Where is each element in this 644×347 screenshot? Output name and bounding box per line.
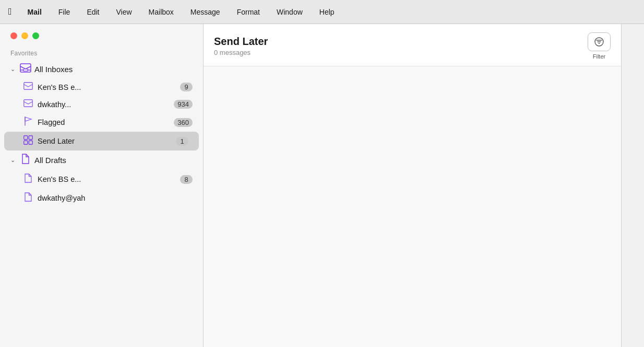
menu-view[interactable]: View: [113, 6, 135, 18]
svg-rect-4: [24, 136, 28, 140]
close-button[interactable]: [10, 32, 17, 39]
main-container: Favorites ⌄ All Inboxes: [0, 24, 644, 347]
sidebar-all-drafts-header[interactable]: ⌄ All Drafts: [0, 151, 203, 170]
traffic-lights: [0, 24, 203, 45]
dwkathy-inbox-label: dwkathy...: [38, 100, 170, 109]
sidebar-item-kens-draft[interactable]: Ken's BS e... 8: [0, 170, 203, 189]
menu-bar:  Mail File Edit View Mailbox Message Fo…: [0, 0, 644, 24]
content-area: Send Later 0 messages Filter: [204, 24, 621, 347]
dwkathy-draft-label: dwkathy@yah: [38, 194, 193, 202]
kens-inbox-badge: 9: [180, 83, 193, 91]
all-drafts-label: All Drafts: [34, 156, 66, 165]
menu-file[interactable]: File: [55, 6, 74, 18]
menu-edit[interactable]: Edit: [84, 6, 102, 18]
svg-rect-3: [24, 100, 33, 107]
flagged-label: Flagged: [38, 118, 170, 126]
svg-rect-6: [24, 141, 28, 144]
svg-rect-5: [29, 136, 32, 140]
sidebar-item-dwkathy-inbox[interactable]: dwkathy... 934: [0, 96, 203, 113]
kens-draft-badge: 8: [180, 175, 193, 184]
content-title-block: Send Later 0 messages: [214, 36, 268, 56]
content-body: [204, 66, 621, 347]
dwkathy-draft-icon: [23, 192, 33, 204]
send-later-icon: [23, 135, 33, 147]
sidebar-item-send-later[interactable]: Send Later 1: [4, 132, 199, 151]
sidebar-item-kens-inbox[interactable]: Ken's BS e... 9: [0, 78, 203, 96]
svg-rect-2: [24, 83, 33, 90]
menu-message[interactable]: Message: [187, 6, 223, 18]
kens-inbox-label: Ken's BS e...: [38, 83, 176, 91]
kens-draft-icon: [23, 173, 33, 185]
sidebar-item-dwkathy-draft[interactable]: dwkathy@yah: [0, 189, 203, 207]
dwkathy-inbox-badge: 934: [174, 100, 193, 109]
filter-label: Filter: [593, 53, 605, 60]
menu-help[interactable]: Help: [316, 6, 338, 18]
inbox-icon: [20, 63, 31, 75]
sidebar-item-flagged[interactable]: Flagged 360: [0, 113, 203, 132]
drafts-section-icon: [20, 154, 31, 167]
send-later-badge: 1: [176, 137, 188, 146]
send-later-label: Send Later: [38, 137, 172, 145]
sidebar: Favorites ⌄ All Inboxes: [0, 24, 204, 347]
favorites-label: Favorites: [0, 45, 203, 60]
right-panel: [621, 24, 644, 347]
menu-mail[interactable]: Mail: [25, 6, 45, 18]
content-header: Send Later 0 messages Filter: [204, 24, 621, 66]
filter-button[interactable]: Filter: [588, 32, 611, 60]
minimize-button[interactable]: [21, 32, 28, 39]
all-inboxes-chevron-icon: ⌄: [10, 66, 17, 73]
apple-menu-icon[interactable]: : [8, 6, 12, 17]
content-title: Send Later: [214, 36, 268, 48]
filter-icon: [588, 32, 611, 51]
maximize-button[interactable]: [32, 32, 39, 39]
kens-inbox-icon: [23, 82, 33, 92]
sidebar-all-inboxes-header[interactable]: ⌄ All Inboxes: [0, 60, 203, 78]
menu-format[interactable]: Format: [234, 6, 263, 18]
svg-rect-7: [29, 141, 32, 144]
flagged-badge: 360: [174, 118, 193, 127]
svg-rect-1: [23, 69, 28, 71]
all-inboxes-label: All Inboxes: [34, 65, 73, 74]
all-drafts-chevron-icon: ⌄: [10, 157, 17, 164]
sidebar-content: Favorites ⌄ All Inboxes: [0, 45, 203, 347]
menu-mailbox[interactable]: Mailbox: [146, 6, 177, 18]
content-subtitle: 0 messages: [214, 49, 268, 56]
flagged-icon: [23, 117, 33, 128]
kens-draft-label: Ken's BS e...: [38, 175, 176, 183]
menu-window[interactable]: Window: [273, 6, 306, 18]
dwkathy-inbox-icon: [23, 99, 33, 109]
